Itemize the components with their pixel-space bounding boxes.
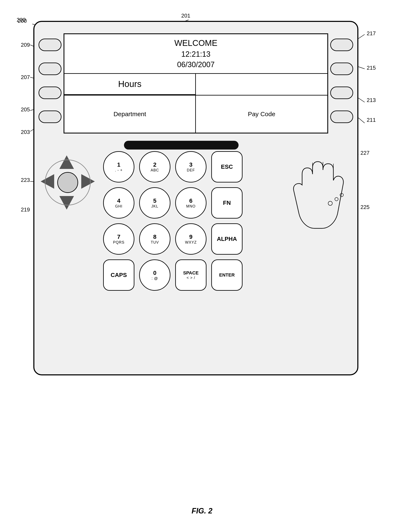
time-display: 12:21:13 [69, 50, 323, 58]
screen-top-area: WELCOME 12:21:13 06/30/2007 [64, 34, 327, 73]
label-200: 200 [17, 17, 26, 23]
svg-line-3 [358, 67, 365, 69]
svg-point-20 [328, 201, 332, 205]
label-209: 209 [21, 42, 30, 48]
key-9[interactable]: 9 WXYZ [175, 223, 207, 255]
screen-mid-area: Hours [64, 73, 327, 95]
key-0[interactable]: 0 : @ [139, 260, 170, 291]
key-enter-label: ENTER [219, 272, 235, 278]
key-6-sub: MNO [186, 204, 196, 208]
key-5[interactable]: 5 JKL [139, 187, 170, 219]
dpad-up[interactable] [59, 155, 74, 169]
dpad-down[interactable] [59, 196, 74, 210]
key-2-main: 2 [153, 162, 157, 168]
left-button-group [38, 39, 62, 123]
label-219: 219 [21, 207, 30, 213]
key-4[interactable]: 4 GHI [103, 187, 134, 219]
label-213: 213 [367, 97, 376, 104]
scanner-bar [124, 141, 239, 149]
key-1-sub: . - + [115, 168, 123, 172]
key-alpha-label: ALPHA [217, 236, 237, 242]
key-6-main: 6 [189, 197, 193, 204]
screen-empty-area [196, 74, 327, 95]
label-203: 203 [21, 129, 30, 135]
key-1-main: 1 [117, 162, 120, 168]
hand-svg [278, 145, 351, 233]
svg-line-2 [358, 34, 365, 39]
left-button-2[interactable] [38, 63, 62, 75]
label-205: 205 [21, 106, 30, 113]
right-button-3[interactable] [330, 87, 353, 99]
key-space[interactable]: SPACE < > / [175, 260, 207, 291]
label-215: 215 [367, 65, 376, 71]
page: 200 200 201 217 [0, 0, 404, 532]
dpad [41, 155, 95, 210]
key-3[interactable]: 3 DEF [175, 151, 207, 182]
key-caps-label: CAPS [111, 272, 127, 279]
key-8-main: 8 [153, 234, 157, 240]
keypad: 1 . - + 2 ABC 3 DEF ESC 4 GHI [103, 151, 244, 292]
left-button-1[interactable] [38, 39, 62, 51]
right-button-group [330, 39, 353, 123]
right-button-2[interactable] [330, 63, 353, 75]
key-9-main: 9 [189, 234, 193, 240]
key-caps[interactable]: CAPS [103, 260, 134, 291]
screen-bot-area: Department Pay Code [64, 95, 327, 133]
device-body: WELCOME 12:21:13 06/30/2007 Hours Depart… [33, 21, 358, 375]
key-3-sub: DEF [187, 168, 195, 172]
right-button-4[interactable] [330, 110, 353, 123]
hours-label: Hours [64, 74, 196, 95]
key-3-main: 3 [189, 162, 193, 168]
key-2-sub: ABC [151, 168, 159, 172]
right-button-1[interactable] [330, 39, 353, 51]
key-4-sub: GHI [115, 204, 122, 208]
hand-sensor [278, 145, 351, 233]
svg-point-21 [335, 197, 338, 201]
key-space-sub: < > / [186, 276, 195, 280]
dpad-center[interactable] [57, 172, 78, 193]
label-211: 211 [367, 117, 376, 123]
key-5-main: 5 [153, 197, 157, 204]
svg-line-5 [358, 118, 365, 123]
key-1[interactable]: 1 . - + [103, 151, 134, 182]
svg-line-4 [358, 98, 365, 102]
key-7-sub: PQRS [113, 240, 124, 245]
left-button-3[interactable] [38, 87, 62, 99]
dpad-right[interactable] [81, 174, 95, 189]
date-display: 06/30/2007 [69, 60, 323, 69]
key-alpha[interactable]: ALPHA [211, 223, 243, 255]
key-2[interactable]: 2 ABC [139, 151, 170, 182]
welcome-text: WELCOME [69, 38, 323, 48]
department-label: Department [64, 96, 196, 133]
left-button-4[interactable] [38, 110, 62, 123]
svg-point-22 [340, 193, 343, 197]
key-0-main: 0 [153, 270, 157, 276]
label-201: 201 [181, 13, 190, 19]
key-5-sub: JKL [151, 204, 158, 208]
key-fn[interactable]: FN [211, 187, 243, 219]
dpad-container [41, 155, 95, 210]
key-8[interactable]: 8 TUV [139, 223, 170, 255]
label-207: 207 [21, 74, 30, 80]
key-7-main: 7 [117, 234, 120, 240]
dpad-left[interactable] [41, 174, 54, 189]
label-223: 223 [21, 177, 30, 183]
label-217: 217 [367, 30, 376, 37]
display-screen: WELCOME 12:21:13 06/30/2007 Hours Depart… [63, 33, 328, 133]
key-9-sub: WXYZ [185, 240, 197, 245]
key-space-main: SPACE [183, 270, 199, 276]
key-fn-label: FN [223, 200, 231, 206]
key-6[interactable]: 6 MNO [175, 187, 207, 219]
key-7[interactable]: 7 PQRS [103, 223, 134, 255]
key-enter[interactable]: ENTER [211, 260, 243, 291]
label-225: 225 [360, 204, 369, 210]
key-0-sub: : @ [152, 276, 158, 281]
key-8-sub: TUV [151, 240, 159, 245]
key-esc[interactable]: ESC [211, 151, 243, 182]
key-4-main: 4 [117, 197, 120, 204]
label-227: 227 [360, 150, 369, 156]
figure-caption: FIG. 2 [191, 506, 212, 515]
paycode-label: Pay Code [196, 96, 327, 133]
key-esc-label: ESC [221, 163, 233, 170]
